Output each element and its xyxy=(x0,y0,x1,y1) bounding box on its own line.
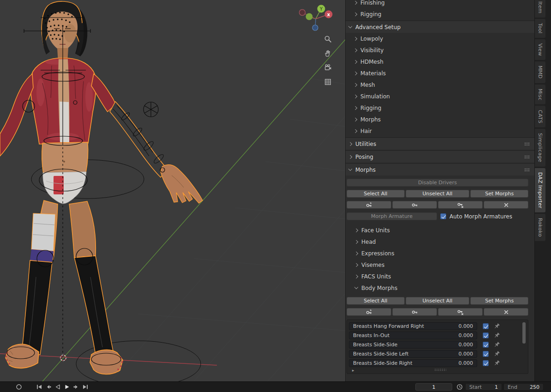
frame-end-label: End xyxy=(508,384,517,390)
tab-rokoko[interactable]: Rokoko xyxy=(535,214,545,241)
tab-misc[interactable]: Misc xyxy=(535,84,545,105)
list-filter-expand-icon[interactable] xyxy=(349,367,354,373)
tab-tool[interactable]: Tool xyxy=(535,19,545,38)
3d-viewport[interactable]: Y x xyxy=(0,0,345,381)
jump-to-start-button[interactable] xyxy=(36,384,42,390)
panel-row-visibility[interactable]: Visibility xyxy=(346,44,534,56)
panel-row-finishing[interactable]: Finishing xyxy=(346,0,534,8)
tab-cats[interactable]: CATS xyxy=(535,106,545,127)
panel-drag-grip[interactable] xyxy=(524,155,530,158)
key-morphs-button[interactable] xyxy=(392,201,437,209)
select-all-button[interactable]: Select All xyxy=(347,190,405,198)
panel-row-hdmesh[interactable]: HDMesh xyxy=(346,56,534,67)
morph-slider[interactable]: Breasts Side-Side Left0.000 xyxy=(349,350,477,358)
tab-daz-importer[interactable]: DAZ Importer xyxy=(535,168,545,212)
unkey-morphs-button[interactable] xyxy=(438,201,483,209)
gizmo-axis-ball[interactable] xyxy=(306,13,313,20)
list-resize-grip[interactable] xyxy=(434,368,446,371)
pin-icon[interactable] xyxy=(493,341,501,349)
body-set-morphs-button[interactable]: Set Morphs xyxy=(470,297,528,305)
next-keyframe-button[interactable] xyxy=(73,384,79,390)
gizmo-axis-ball[interactable] xyxy=(312,25,318,30)
auto-keying-record-icon[interactable] xyxy=(16,384,22,390)
body-key-morphs-button[interactable] xyxy=(392,308,437,316)
panel-row-rigging-2[interactable]: Rigging xyxy=(346,102,534,114)
morph-slider[interactable]: Breasts Side-Side0.000 xyxy=(349,341,477,349)
panel-row-simulation[interactable]: Simulation xyxy=(346,90,534,102)
ortho-grid-icon[interactable] xyxy=(322,76,333,87)
frame-end-field[interactable]: End 250 xyxy=(503,383,544,391)
panel-row-utilities[interactable]: Utilities xyxy=(346,138,534,150)
play-button[interactable] xyxy=(64,384,70,390)
panel-row-rigging[interactable]: Rigging xyxy=(346,8,534,20)
panel-separator xyxy=(346,137,534,138)
panel-row-lowpoly[interactable]: Lowpoly xyxy=(346,33,534,44)
panel-label: Head xyxy=(361,239,376,245)
auto-morph-armatures-checkbox[interactable] xyxy=(440,213,446,219)
list-scrollbar[interactable] xyxy=(522,322,526,365)
panel-row-face-units[interactable]: Face Units xyxy=(347,224,528,236)
current-frame-field[interactable]: 1 xyxy=(415,383,452,391)
previous-keyframe-button[interactable] xyxy=(45,384,52,390)
panel-drag-grip[interactable] xyxy=(524,142,530,145)
morph-armature-button[interactable]: Morph Armature xyxy=(347,212,437,220)
jump-to-end-button[interactable] xyxy=(82,384,89,390)
tab-mmd[interactable]: MMD xyxy=(535,61,545,83)
pin-icon[interactable] xyxy=(493,332,501,339)
body-keying-set-button[interactable] xyxy=(347,308,391,316)
gizmo-axis-ball[interactable] xyxy=(299,10,305,16)
morph-row: Breasts Hang Forward Right0.000 xyxy=(349,322,526,330)
body-unkey-morphs-button[interactable] xyxy=(438,308,483,316)
pin-icon[interactable] xyxy=(493,350,501,358)
navigation-gizmo[interactable]: Y x xyxy=(294,1,341,34)
panel-row-morphs-sub[interactable]: Morphs xyxy=(346,114,534,125)
set-morphs-button[interactable]: Set Morphs xyxy=(470,190,528,198)
morph-enabled-checkbox[interactable] xyxy=(483,351,489,357)
panel-row-advanced-setup[interactable]: Advanced Setup xyxy=(346,21,534,33)
tab-view[interactable]: View xyxy=(535,39,545,60)
body-select-all-button[interactable]: Select All xyxy=(347,297,405,305)
morphs-panel-content: Disable Drivers Select All Unselect All … xyxy=(346,179,534,374)
panel-row-expressions[interactable]: Expressions xyxy=(347,247,528,259)
zoom-icon[interactable] xyxy=(322,33,333,44)
panel-row-morphs[interactable]: Morphs xyxy=(346,164,534,175)
morph-value: 0.000 xyxy=(459,360,473,366)
panel-row-mesh[interactable]: Mesh xyxy=(346,79,534,90)
tab-item[interactable]: Item xyxy=(535,0,545,18)
body-clear-morphs-button[interactable] xyxy=(484,308,528,316)
pin-icon[interactable] xyxy=(493,360,501,367)
morph-enabled-checkbox[interactable] xyxy=(483,323,489,329)
frame-start-field[interactable]: Start 1 xyxy=(465,383,502,391)
body-unselect-all-button[interactable]: Unselect All xyxy=(406,297,470,305)
morph-enabled-checkbox[interactable] xyxy=(483,360,489,366)
panel-row-visemes[interactable]: Visemes xyxy=(347,259,528,271)
pan-hand-icon[interactable] xyxy=(322,48,333,59)
morph-enabled-checkbox[interactable] xyxy=(483,342,489,348)
keying-set-button[interactable] xyxy=(347,201,391,209)
scrollbar-thumb[interactable] xyxy=(522,322,526,344)
gizmo-x-label: x xyxy=(327,12,330,17)
panel-row-body-morphs[interactable]: Body Morphs xyxy=(347,282,528,294)
unselect-all-button[interactable]: Unselect All xyxy=(406,190,470,198)
chevron-right-icon xyxy=(353,60,357,63)
tab-simplicage[interactable]: Simplicage xyxy=(535,129,545,166)
morph-slider[interactable]: Breasts Side-Side Right0.000 xyxy=(349,359,477,367)
panel-label: Utilities xyxy=(355,141,376,147)
play-reverse-button[interactable] xyxy=(54,384,61,390)
panel-row-hair[interactable]: Hair xyxy=(346,125,534,137)
morph-slider[interactable]: Breasts In-Out0.000 xyxy=(349,332,477,339)
panel-drag-grip[interactable] xyxy=(524,168,530,171)
morph-slider[interactable]: Breasts Hang Forward Right0.000 xyxy=(349,322,477,330)
panel-row-head[interactable]: Head xyxy=(347,236,528,247)
panel-row-posing[interactable]: Posing xyxy=(346,151,534,163)
clear-morphs-button[interactable] xyxy=(484,201,528,209)
clock-icon[interactable] xyxy=(456,384,463,390)
morph-row: Breasts Side-Side0.000 xyxy=(349,341,526,349)
disable-drivers-button[interactable]: Disable Drivers xyxy=(347,179,528,187)
panel-row-materials[interactable]: Materials xyxy=(346,67,534,79)
morph-enabled-checkbox[interactable] xyxy=(483,332,489,338)
pin-icon[interactable] xyxy=(493,323,501,330)
panel-row-facs-units[interactable]: FACS Units xyxy=(347,271,528,282)
chevron-right-icon xyxy=(354,251,358,255)
camera-view-icon[interactable] xyxy=(322,62,333,73)
